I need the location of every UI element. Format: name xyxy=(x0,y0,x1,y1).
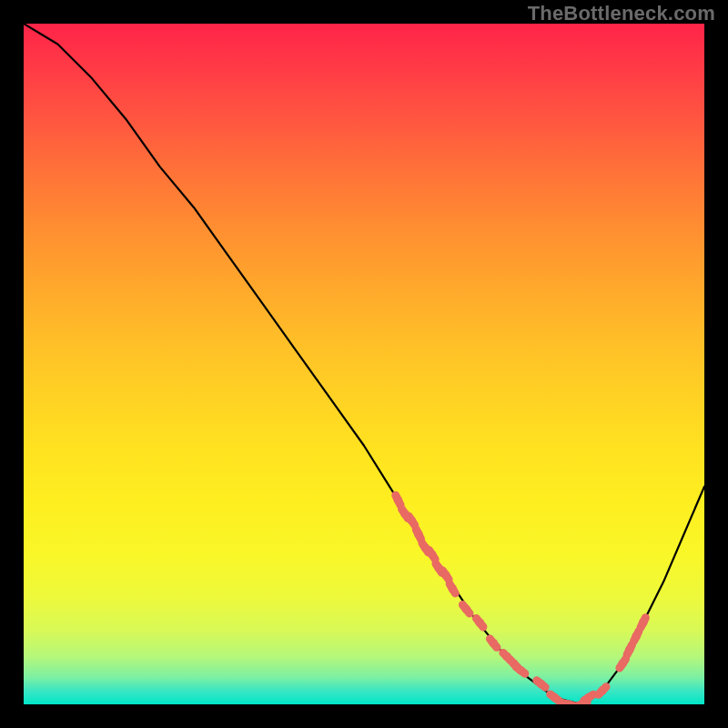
highlight-dot-cap xyxy=(551,693,560,703)
highlight-dot-cap xyxy=(639,618,648,627)
highlight-dot-cap xyxy=(394,496,403,505)
curve-layer xyxy=(24,24,704,704)
highlight-dot-cap xyxy=(448,584,457,593)
highlight-dots xyxy=(394,495,648,704)
highlight-dot-cap xyxy=(428,551,437,560)
highlight-dot-cap xyxy=(489,639,498,648)
highlight-dot-cap xyxy=(441,571,450,580)
highlight-dot-cap xyxy=(598,686,607,695)
highlight-dot-cap xyxy=(625,645,634,654)
highlight-dot-cap xyxy=(537,680,546,689)
watermark-text: TheBottleneck.com xyxy=(528,2,715,25)
highlight-dot-cap xyxy=(516,666,525,675)
highlight-dot-cap xyxy=(632,632,641,641)
bottleneck-curve xyxy=(24,24,704,704)
highlight-dot-cap xyxy=(408,516,417,525)
highlight-dot-cap xyxy=(461,604,470,613)
plot-area xyxy=(24,24,704,704)
highlight-dot-cap xyxy=(584,693,593,703)
highlight-dot-cap xyxy=(618,659,627,668)
highlight-dot-cap xyxy=(475,618,484,627)
highlight-dot-cap xyxy=(414,530,423,539)
chart-container: TheBottleneck.com xyxy=(0,0,728,728)
